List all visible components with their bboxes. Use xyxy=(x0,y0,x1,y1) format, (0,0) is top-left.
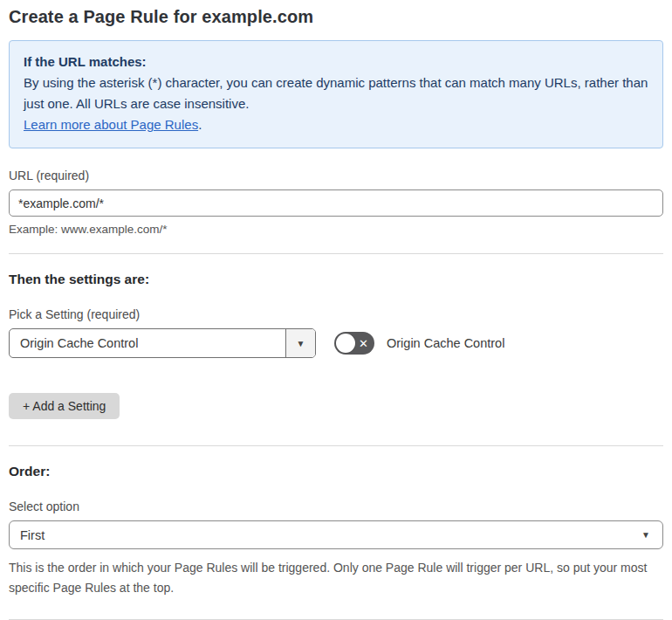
link-suffix: . xyxy=(198,117,202,132)
toggle-label: Origin Cache Control xyxy=(387,336,504,350)
caret-down-icon: ▼ xyxy=(297,339,305,348)
add-setting-button[interactable]: + Add a Setting xyxy=(9,393,120,419)
order-helper-text: This is the order in which your Page Rul… xyxy=(9,558,663,598)
info-box-heading: If the URL matches: xyxy=(24,52,648,72)
info-box-body: By using the asterisk (*) character, you… xyxy=(24,72,648,114)
page-title: Create a Page Rule for example.com xyxy=(9,7,663,27)
setting-select-value: Origin Cache Control xyxy=(10,329,285,357)
order-section-heading: Order: xyxy=(9,464,663,479)
divider xyxy=(9,253,663,254)
setting-select[interactable]: Origin Cache Control ▼ xyxy=(9,328,316,358)
url-example-helper: Example: www.example.com/* xyxy=(9,223,663,236)
url-field-label: URL (required) xyxy=(9,169,663,183)
settings-section-heading: Then the settings are: xyxy=(9,272,663,287)
url-input[interactable] xyxy=(9,189,663,217)
order-select[interactable]: First ▼ xyxy=(9,520,663,549)
create-page-rule-form: Create a Page Rule for example.com If th… xyxy=(0,0,672,620)
pick-setting-label: Pick a Setting (required) xyxy=(9,307,663,321)
divider xyxy=(9,445,663,446)
order-select-label: Select option xyxy=(9,499,663,513)
info-box-link-line: Learn more about Page Rules. xyxy=(24,114,648,135)
learn-more-link[interactable]: Learn more about Page Rules xyxy=(24,117,198,132)
setting-row: Origin Cache Control ▼ ✕ Origin Cache Co… xyxy=(9,328,663,358)
order-select-value: First xyxy=(10,521,641,548)
caret-down-icon: ▼ xyxy=(641,521,662,548)
origin-cache-control-toggle[interactable]: ✕ xyxy=(334,332,374,355)
toggle-knob xyxy=(336,334,355,353)
order-select-wrap: First ▼ xyxy=(9,520,663,549)
setting-select-arrow-button[interactable]: ▼ xyxy=(285,329,315,357)
x-icon: ✕ xyxy=(359,338,368,349)
url-match-info-box: If the URL matches: By using the asteris… xyxy=(9,40,663,148)
